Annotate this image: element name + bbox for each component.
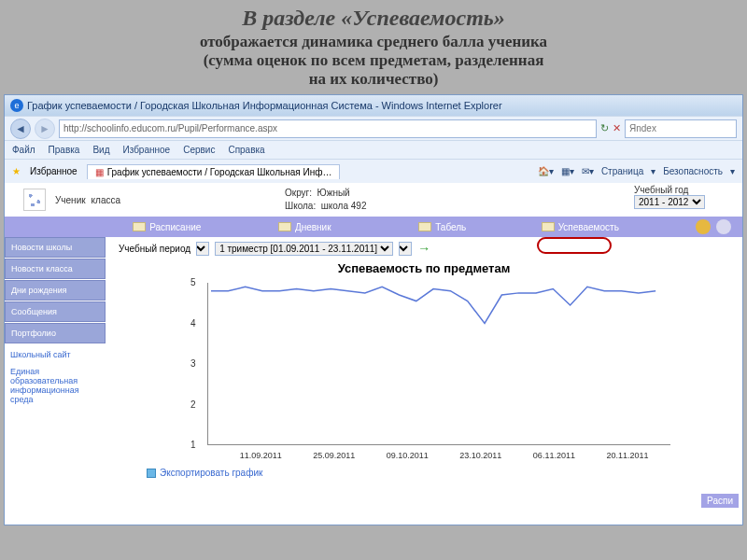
nav-report[interactable]: Табель [374,222,512,232]
nav-performance[interactable]: Успеваемость [512,222,650,232]
sidebar-item-messages[interactable]: Сообщения [5,301,106,322]
y-tick-label: 3 [190,358,196,369]
sidebar-item-portfolio[interactable]: Портфолио [5,323,106,343]
y-tick-label: 2 [190,399,196,410]
slide-sub3: на их количество) [19,70,728,89]
district-label: Округ: [285,188,312,198]
nav-schedule[interactable]: Расписание [98,222,236,232]
feeds-icon[interactable]: ▦▾ [561,166,574,176]
tab-title: График успеваемости / Городская Школьная… [107,167,332,177]
schedule-icon [133,222,146,231]
student-label: Ученик [55,195,86,205]
chart-area: 12345 11.09.201125.09.201109.10.201123.1… [172,277,676,464]
ie-menubar: Файл Правка Вид Избранное Сервис Справка [5,140,742,159]
period-select-dummy[interactable] [196,242,209,256]
chart-title: Успеваемость по предметам [119,261,729,275]
sidebar-item-school-news[interactable]: Новости школы [5,237,106,258]
refresh-icon[interactable]: ↻ [600,122,609,134]
extra-select[interactable] [399,242,412,256]
menu-help[interactable]: Справка [228,145,264,155]
page-content: Ученик класса Округ: Южный Школа: школа … [5,183,742,508]
back-button[interactable]: ◄ [10,119,31,139]
diary-icon [278,222,291,231]
x-tick-label: 25.09.2011 [313,451,355,460]
apply-arrow-icon[interactable]: → [417,241,430,256]
search-input[interactable] [625,119,737,138]
y-tick-label: 4 [190,318,196,329]
safety-menu[interactable]: Безопасность [663,166,723,176]
corner-tab[interactable]: Распи [701,494,739,508]
year-select[interactable]: 2011 - 2012 [634,195,705,209]
menu-favorites[interactable]: Избранное [122,145,170,155]
favorites-label[interactable]: Избранное [30,166,78,176]
class-label: класса [92,195,120,205]
sidebar-item-class-news[interactable]: Новости класса [5,259,106,279]
performance-icon [542,222,555,231]
export-link[interactable]: Экспортировать график [119,464,729,478]
period-label: Учебный период [119,244,190,254]
sidebar: Новости школы Новости класса Дни рождени… [5,237,106,508]
year-label: Учебный год [634,185,705,195]
menu-tools[interactable]: Сервис [183,145,215,155]
x-tick-label: 09.10.2011 [387,451,429,460]
nav-diary[interactable]: Дневник [236,222,374,232]
slide-title: В разделе «Успеваемость» [19,6,728,31]
x-tick-label: 06.11.2011 [533,451,575,460]
school-label: Школа: [285,201,316,211]
main-nav: Расписание Дневник Табель Успеваемость [5,217,742,237]
menu-edit[interactable]: Правка [49,145,80,155]
site-logo[interactable] [23,189,46,211]
export-icon [147,469,156,478]
y-tick-label: 5 [190,277,196,287]
district-value: Южный [317,188,350,198]
nav-extra-icon-1[interactable] [696,219,711,234]
x-tick-label: 11.09.2011 [240,451,282,460]
mail-icon[interactable]: ✉▾ [582,166,594,176]
x-tick-label: 20.11.2011 [606,451,648,460]
slide-sub1: отображается динамика среднего балла уче… [19,33,728,51]
chart-svg [207,283,670,445]
menu-file[interactable]: Файл [12,145,35,155]
ie-icon: e [10,99,23,112]
browser-tab[interactable]: ▦ График успеваемости / Городская Школьн… [87,164,341,179]
tab-favicon: ▦ [95,167,104,177]
stop-icon[interactable]: ✕ [613,122,621,134]
slide-sub2: (сумма оценок по всем предметам, разделе… [19,51,728,70]
x-tick-label: 23.10.2011 [459,451,501,460]
report-icon [418,222,431,231]
y-tick-label: 1 [190,440,196,450]
window-title: График успеваемости / Городская Школьная… [27,100,502,111]
sidebar-link-school-site[interactable]: Школьный сайт [5,344,106,361]
sidebar-link-edu-env[interactable]: Единая образовательная информационная ср… [5,361,106,406]
sidebar-item-birthdays[interactable]: Дни рождения [5,280,106,301]
forward-button[interactable]: ► [35,119,55,139]
address-bar[interactable] [59,119,597,138]
menu-view[interactable]: Вид [92,145,109,155]
school-value: школа 492 [321,201,367,211]
trimester-select[interactable]: 1 триместр [01.09.2011 - 23.11.2011] [215,242,393,256]
nav-extra-icon-2[interactable] [716,219,731,234]
ie-window: e График успеваемости / Городская Школьн… [4,94,743,525]
page-menu[interactable]: Страница [601,166,643,176]
favorites-star-icon[interactable]: ★ [12,166,21,176]
home-icon[interactable]: 🏠▾ [538,166,554,176]
